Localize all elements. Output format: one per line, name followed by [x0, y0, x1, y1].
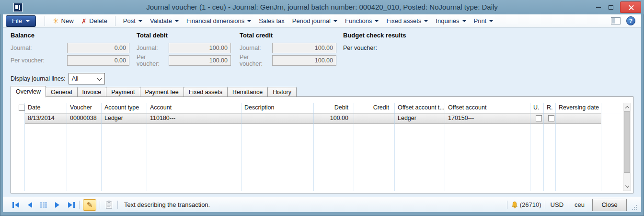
- total-debit-section: Total debit Journal: 100.00 Per voucher:…: [137, 32, 231, 68]
- select-all-cell: [14, 103, 25, 113]
- post-menu-button[interactable]: Post: [119, 15, 146, 27]
- new-icon: ✳: [53, 17, 59, 24]
- tab-overview[interactable]: Overview: [11, 86, 46, 97]
- period-journal-menu-button[interactable]: Period journal: [288, 15, 341, 27]
- financial-dimensions-menu-button[interactable]: Financial dimensions: [183, 15, 255, 27]
- app-icon: [13, 3, 23, 12]
- r-checkbox[interactable]: [548, 115, 554, 121]
- display-journal-lines-select[interactable]: All: [69, 73, 105, 84]
- vertical-scrollbar[interactable]: [623, 103, 631, 191]
- cell-account: 110180---: [147, 113, 242, 124]
- new-button[interactable]: ✳ New: [49, 15, 78, 27]
- validate-menu-button[interactable]: Validate: [146, 15, 183, 27]
- grid-view-button[interactable]: [39, 201, 48, 209]
- column-header-voucher[interactable]: Voucher: [67, 103, 102, 113]
- debit-voucher-field: 100.00: [169, 55, 231, 66]
- column-header-account[interactable]: Account: [147, 103, 242, 113]
- functions-menu-button[interactable]: Functions: [341, 15, 382, 27]
- tabstrip: Overview General Invoice Payment Payment…: [11, 85, 297, 97]
- last-record-button[interactable]: [67, 201, 76, 209]
- help-icon[interactable]: ?: [626, 16, 635, 25]
- total-credit-title: Total credit: [240, 32, 336, 39]
- column-header-offset-account[interactable]: Offset account: [445, 103, 530, 113]
- display-journal-lines-label: Display journal lines:: [11, 75, 66, 82]
- toolbar-separator: [45, 16, 45, 26]
- delete-button[interactable]: ✗ Delete: [78, 15, 111, 27]
- print-menu-button[interactable]: Print: [470, 15, 497, 27]
- next-record-icon: [54, 202, 61, 208]
- credit-journal-label: Journal:: [240, 45, 272, 51]
- overview-tab-panel: Date Voucher Account type Account Descri…: [11, 96, 633, 193]
- scrollbar-thumb[interactable]: [624, 111, 630, 173]
- debit-journal-label: Journal:: [137, 45, 169, 51]
- column-header-description[interactable]: Description: [242, 103, 314, 113]
- minimize-button[interactable]: [592, 1, 605, 13]
- previous-record-button[interactable]: [25, 201, 34, 209]
- balance-journal-label: Journal:: [11, 45, 67, 51]
- cell-credit: [354, 113, 395, 124]
- credit-voucher-label: Per voucher:: [240, 54, 272, 67]
- currency-pane[interactable]: USD: [549, 201, 565, 208]
- tab-invoice[interactable]: Invoice: [78, 87, 107, 97]
- inquiries-menu-button[interactable]: Inquiries: [432, 15, 470, 27]
- column-header-date[interactable]: Date: [25, 103, 67, 113]
- inquiries-label: Inquiries: [436, 17, 459, 24]
- period-journal-label: Period journal: [292, 17, 331, 24]
- budget-voucher-label: Per voucher:: [343, 45, 377, 51]
- minimize-icon: [596, 7, 601, 8]
- column-header-debit[interactable]: Debit: [314, 103, 354, 113]
- tab-fixed-assets[interactable]: Fixed assets: [184, 87, 228, 97]
- record-navigation: [12, 201, 76, 209]
- column-header-r[interactable]: R.: [544, 103, 556, 113]
- fixed-assets-menu-button[interactable]: Fixed assets: [382, 15, 432, 27]
- tab-remittance[interactable]: Remittance: [228, 87, 268, 97]
- maximize-icon: [609, 5, 613, 10]
- column-header-reversing-date[interactable]: Reversing date: [556, 103, 601, 113]
- statusbar: ✎ Text describing the transaction. (2671…: [3, 197, 641, 212]
- company-pane[interactable]: ceu: [573, 201, 586, 208]
- resize-grip[interactable]: [632, 204, 637, 210]
- column-header-account-type[interactable]: Account type: [102, 103, 147, 113]
- new-label: New: [61, 17, 74, 24]
- statusbar-separator: [569, 201, 569, 209]
- tab-general[interactable]: General: [46, 87, 77, 97]
- maximize-button[interactable]: [605, 1, 617, 13]
- u-checkbox[interactable]: [536, 115, 542, 121]
- last-record-icon: [68, 202, 75, 208]
- close-button[interactable]: Close: [592, 199, 627, 211]
- next-record-button[interactable]: [53, 201, 62, 209]
- journal-line-row[interactable]: 8/13/2014 00000038 Ledger 110180--- 100.…: [14, 113, 623, 124]
- journal-voucher-window: Journal voucher (1 - ceu) - Journal: Gen…: [0, 0, 644, 216]
- dropdown-caret-icon: [138, 20, 142, 22]
- dropdown-caret-icon: [462, 20, 466, 22]
- tab-history[interactable]: History: [268, 87, 297, 97]
- balance-voucher-field: 0.00: [67, 55, 129, 66]
- column-header-offset-account-type[interactable]: Offset account t...: [395, 103, 445, 113]
- first-record-button[interactable]: [12, 201, 20, 209]
- sales-tax-button[interactable]: Sales tax: [255, 15, 288, 27]
- cell-date: 8/13/2014: [25, 113, 67, 124]
- scroll-up-button[interactable]: [623, 103, 631, 111]
- balance-section: Balance Journal: 0.00 Per voucher: 0.00: [11, 32, 129, 68]
- cell-r: [544, 113, 556, 124]
- file-menu-button[interactable]: File: [6, 15, 36, 27]
- tab-payment-fee[interactable]: Payment fee: [140, 87, 184, 97]
- document-attachment-button[interactable]: [104, 200, 114, 210]
- cell-account-type: Ledger: [102, 113, 147, 124]
- alert-count: (26710): [520, 201, 541, 208]
- tab-payment[interactable]: Payment: [106, 87, 140, 97]
- select-all-checkbox[interactable]: [19, 105, 25, 111]
- cell-voucher: 00000038: [67, 113, 102, 124]
- content-area: Balance Journal: 0.00 Per voucher: 0.00 …: [3, 28, 641, 197]
- column-header-credit[interactable]: Credit: [354, 103, 395, 113]
- close-window-button[interactable]: [620, 1, 641, 13]
- alert-bell-icon: [511, 201, 518, 209]
- edit-mode-button[interactable]: ✎: [83, 199, 96, 211]
- notifications-pane[interactable]: (26710): [511, 201, 541, 209]
- cell-description: [242, 113, 314, 124]
- delete-icon: ✗: [81, 18, 87, 24]
- scroll-down-button[interactable]: [623, 182, 631, 191]
- delete-label: Delete: [89, 17, 107, 24]
- pane-layout-icon[interactable]: [611, 17, 621, 24]
- column-header-u[interactable]: U.: [530, 103, 544, 113]
